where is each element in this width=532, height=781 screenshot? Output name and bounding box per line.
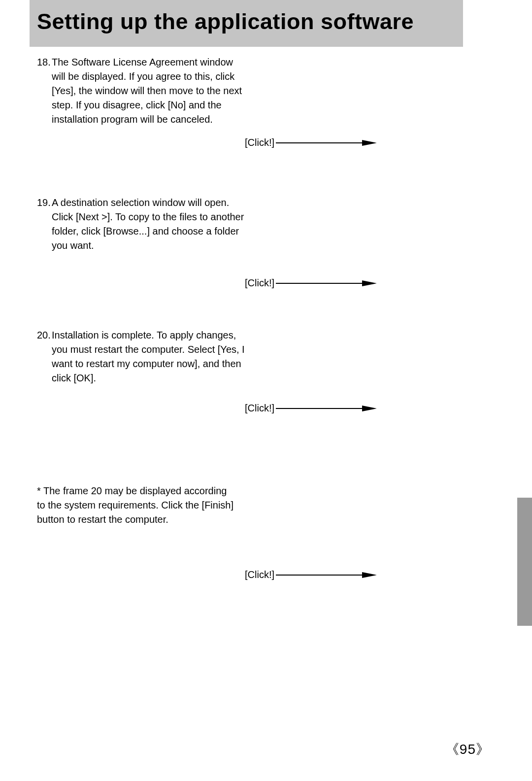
- step-text: Installation is complete. To apply chang…: [52, 328, 249, 385]
- bracket-left-icon: 《: [445, 742, 460, 757]
- footnote: * The frame 20 may be displayed accordin…: [37, 484, 234, 527]
- click-label: [Click!]: [245, 403, 274, 414]
- step-number: 20.: [37, 328, 52, 342]
- page-title: Setting up the application software: [37, 9, 456, 34]
- arrow-head-icon: [362, 572, 377, 578]
- arrow-head-icon: [362, 406, 377, 411]
- bracket-right-icon: 》: [476, 742, 490, 757]
- side-tab: [517, 498, 532, 626]
- click-label: [Click!]: [245, 569, 274, 580]
- step-number: 19.: [37, 196, 52, 210]
- arrow-line: [276, 142, 369, 143]
- manual-page: Setting up the application software 18. …: [0, 0, 532, 781]
- step-text: A destination selection window will open…: [52, 196, 249, 253]
- arrow-head-icon: [362, 140, 377, 146]
- arrow-icon: [276, 283, 377, 284]
- step-18: 18. The Software License Agreement windo…: [37, 55, 249, 127]
- arrow-icon: [276, 142, 377, 143]
- page-number: 《95》: [445, 740, 490, 759]
- click-label: [Click!]: [245, 137, 274, 148]
- arrow-line: [276, 575, 369, 576]
- step-19: 19. A destination selection window will …: [37, 196, 249, 253]
- step-number: 18.: [37, 55, 52, 69]
- step-text: The Software License Agreement window wi…: [52, 55, 249, 127]
- arrow-icon: [276, 408, 377, 409]
- click-label: [Click!]: [245, 277, 274, 289]
- footnote-prefix: *: [37, 485, 43, 496]
- arrow-icon: [276, 575, 377, 576]
- arrow-line: [276, 408, 369, 409]
- footnote-body: The frame 20 may be displayed according …: [37, 485, 233, 525]
- arrow-head-icon: [362, 280, 377, 286]
- arrow-line: [276, 283, 369, 284]
- step-20: 20. Installation is complete. To apply c…: [37, 328, 249, 385]
- page-number-value: 95: [460, 742, 476, 757]
- footnote-text: * The frame 20 may be displayed accordin…: [37, 484, 234, 527]
